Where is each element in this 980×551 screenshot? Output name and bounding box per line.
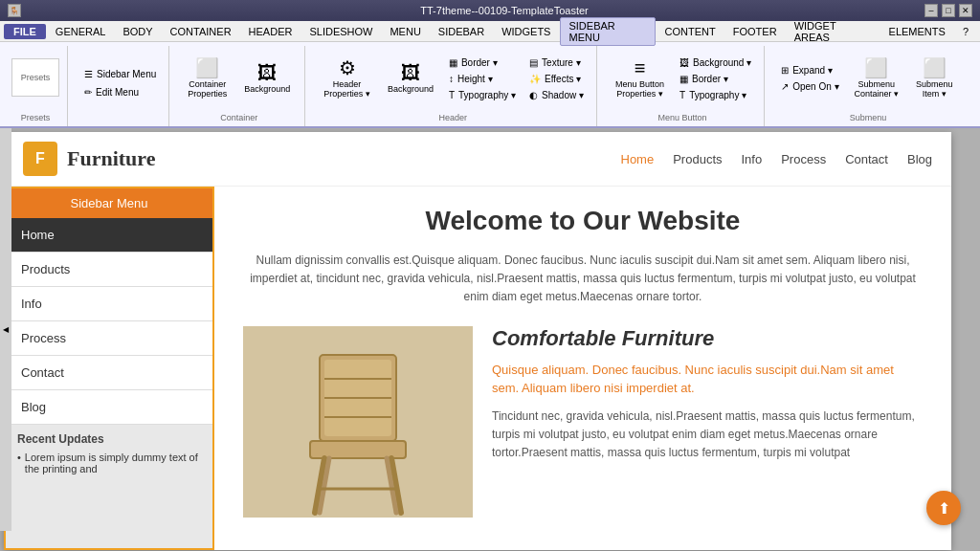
chair-svg (262, 326, 454, 518)
height-btn[interactable]: ↕ Height ▾ (444, 72, 521, 86)
nav-contact[interactable]: Contact (845, 152, 888, 166)
ribbon: Presets Presets ☰ Sidebar Menu ✏ Edit Me… (0, 42, 980, 128)
slideshow-menu[interactable]: SLIDESHOW (301, 24, 380, 39)
site-nav: Home Products Info Process Contact Blog (621, 152, 933, 166)
canvas-wrapper: ◀ F Furniture Home Products Info Process… (0, 128, 980, 551)
header-icon: ⚙ (339, 58, 356, 77)
sidebar-nav-contact[interactable]: Contact (6, 356, 212, 390)
container-icon: ⬜ (195, 58, 219, 77)
typography-btn[interactable]: T Typography ▾ (444, 88, 521, 102)
logo-icon: F (23, 142, 57, 176)
help-menu[interactable]: ? (955, 24, 976, 39)
sidebar-menu-btn[interactable]: ☰ Sidebar Menu (79, 67, 161, 81)
furniture-image (243, 326, 473, 518)
typography-icon: T (449, 90, 455, 100)
edit-menu-icon: ✏ (84, 87, 92, 98)
sidebar-menu-group: ☰ Sidebar Menu ✏ Edit Menu (72, 46, 169, 126)
presets-group-label: Presets (11, 111, 59, 122)
furniture-info: Comfortable Furniture Quisque aliquam. D… (492, 326, 923, 463)
border-icon: ▦ (449, 57, 457, 68)
nav-process[interactable]: Process (781, 152, 826, 166)
submenu-item-icon: ⬜ (923, 58, 947, 77)
open-on-btn[interactable]: ↗ Open On ▾ (776, 79, 843, 94)
welcome-text: Nullam dignissim convallis est.Quisque a… (243, 252, 923, 307)
scroll-up-button[interactable]: ⬆ (926, 491, 961, 525)
widgets-menu[interactable]: WIDGETS (494, 24, 558, 39)
sidebar-menu-item[interactable]: SIDEBAR (431, 24, 492, 39)
open-on-icon: ↗ (781, 81, 789, 92)
border-btn[interactable]: ▦ Border ▾ (444, 55, 521, 70)
window-title: TT-7theme--00109-TemplateToaster (84, 5, 924, 16)
sidebar-panel: Sidebar Menu Home Products Info Process … (4, 187, 214, 550)
container-background-btn[interactable]: 🖼 Background (237, 60, 297, 97)
container-properties-btn[interactable]: ⬜ ContainerProperties (181, 55, 234, 101)
canvas: F Furniture Home Products Info Process C… (4, 132, 951, 550)
welcome-title: Welcome to Our Website (243, 206, 923, 236)
expand-btn[interactable]: ⊞ Expand ▾ (776, 63, 843, 77)
menu-typography-icon: T (679, 90, 685, 100)
shadow-btn[interactable]: ◐ Shadow ▾ (524, 88, 589, 102)
widget-areas-menu[interactable]: WIDGET AREAS (787, 18, 880, 45)
menu-bg-icon: 🖼 (679, 57, 689, 68)
background-icon: 🖼 (257, 63, 277, 82)
furniture-desc: Tincidunt nec, gravida vehicula, nisl.Pr… (492, 408, 923, 463)
sidebar-menu-tab[interactable]: SIDEBAR MENU (560, 17, 655, 46)
menu-menu[interactable]: MENU (382, 24, 428, 39)
header-background-btn[interactable]: 🖼 Background (381, 60, 440, 97)
sidebar-menu-icon: ☰ (84, 69, 93, 79)
general-menu[interactable]: GENERAL (48, 24, 114, 39)
elements-menu[interactable]: ELEMENTS (881, 24, 953, 39)
main-content: Welcome to Our Website Nullam dignissim … (214, 187, 951, 550)
nav-products[interactable]: Products (673, 152, 722, 166)
sidebar-nav-home[interactable]: Home (6, 218, 212, 253)
sidebar-menu-group-label (79, 121, 161, 122)
sidebar-menu-header: Sidebar Menu (6, 188, 212, 218)
sidebar-nav: Home Products Info Process Contact Blog (6, 218, 212, 425)
presets-dropdown[interactable]: Presets (11, 58, 59, 97)
expand-icon: ⊞ (781, 65, 789, 76)
menu-bar: FILE GENERAL BODY CONTAINER HEADER SLIDE… (0, 21, 980, 42)
header-menu[interactable]: HEADER (241, 24, 301, 39)
effects-btn[interactable]: ✨ Effects ▾ (524, 72, 589, 86)
header-group-label: Header (317, 111, 589, 122)
footer-menu[interactable]: FOOTER (725, 24, 785, 39)
submenu-group: ⊞ Expand ▾ ↗ Open On ▾ ⬜ SubmenuContaine… (768, 46, 967, 126)
menu-button-properties-btn[interactable]: ≡ Menu ButtonProperties ▾ (609, 55, 671, 101)
nav-info[interactable]: Info (742, 152, 763, 166)
submenu-item-btn[interactable]: ⬜ SubmenuItem ▾ (909, 55, 960, 101)
sidebar-nav-blog[interactable]: Blog (6, 390, 212, 425)
menu-button-group: ≡ Menu ButtonProperties ▾ 🖼 Background ▾… (601, 46, 765, 126)
header-properties-btn[interactable]: ⚙ HeaderProperties ▾ (317, 55, 377, 101)
site-logo: F Furniture (23, 142, 155, 176)
menu-typography-btn[interactable]: T Typography ▾ (675, 88, 756, 102)
maximize-button[interactable]: □ (942, 4, 955, 17)
nav-home[interactable]: Home (621, 152, 655, 166)
nav-blog[interactable]: Blog (907, 152, 932, 166)
body-menu[interactable]: BODY (115, 24, 160, 39)
sidebar-widget-title: Recent Updates (17, 432, 201, 446)
container-group: ⬜ ContainerProperties 🖼 Background Conta… (173, 46, 305, 126)
sidebar-nav-process[interactable]: Process (6, 321, 212, 356)
submenu-group-label: Submenu (776, 111, 959, 122)
app-icon: 🪑 (8, 4, 21, 17)
expand-panel-arrow[interactable]: ◀ (0, 128, 11, 531)
menu-background-btn[interactable]: 🖼 Background ▾ (675, 55, 756, 70)
sidebar-nav-info[interactable]: Info (6, 287, 212, 321)
submenu-container-btn[interactable]: ⬜ SubmenuContainer ▾ (848, 55, 906, 101)
height-icon: ↕ (449, 74, 454, 84)
container-group-label: Container (181, 111, 297, 122)
furniture-subtitle: Quisque aliquam. Donec faucibus. Nunc ia… (492, 361, 923, 398)
minimize-button[interactable]: – (924, 4, 938, 17)
close-button[interactable]: ✕ (959, 4, 972, 17)
effects-icon: ✨ (529, 74, 541, 84)
edit-menu-btn[interactable]: ✏ Edit Menu (79, 85, 161, 99)
menu-border-btn[interactable]: ▦ Border ▾ (675, 72, 756, 86)
texture-btn[interactable]: ▤ Texture ▾ (524, 55, 589, 70)
header-group: ⚙ HeaderProperties ▾ 🖼 Background ▦ Bord… (309, 46, 597, 126)
sidebar-nav-products[interactable]: Products (6, 253, 212, 287)
file-menu[interactable]: FILE (4, 24, 46, 39)
furniture-title: Comfortable Furniture (492, 326, 923, 351)
content-menu[interactable]: CONTENT (657, 24, 724, 39)
container-menu[interactable]: CONTAINER (163, 24, 239, 39)
canvas-body: Sidebar Menu Home Products Info Process … (4, 187, 951, 550)
